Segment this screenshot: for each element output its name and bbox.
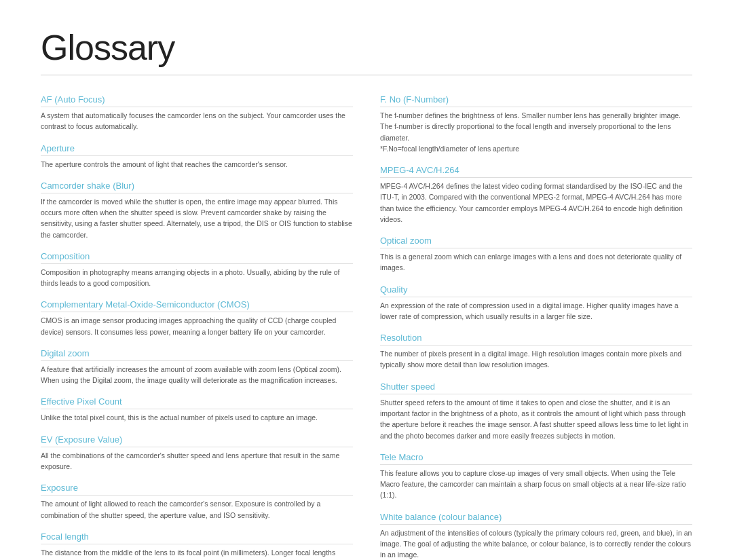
- entry-term: Digital zoom: [41, 348, 353, 361]
- right-entry-6: Tele MacroThis feature allows you to cap…: [380, 452, 692, 501]
- entry-term: AF (Auto Focus): [41, 94, 353, 107]
- entry-term: F. No (F-Number): [380, 94, 692, 107]
- left-entry-6: Effective Pixel CountUnlike the total pi…: [41, 396, 353, 423]
- entry-definition: A feature that artificially increases th…: [41, 364, 353, 386]
- entry-definition: Shutter speed refers to the amount of ti…: [380, 397, 692, 441]
- entry-term: Tele Macro: [380, 452, 692, 465]
- entry-definition: All the combinations of the camcorder's …: [41, 450, 353, 472]
- entry-definition: The amount of light allowed to reach the…: [41, 498, 353, 521]
- entry-definition: This feature allows you to capture close…: [380, 468, 692, 501]
- left-entry-0: AF (Auto Focus)A system that automatical…: [41, 94, 353, 132]
- entry-definition: The number of pixels present in a digita…: [380, 348, 692, 371]
- right-entry-5: Shutter speedShutter speed refers to the…: [380, 381, 692, 441]
- right-entry-3: QualityAn expression of the rate of comp…: [380, 284, 692, 322]
- entry-term: White balance (colour balance): [380, 512, 692, 525]
- entry-definition: The f-number defines the brightness of l…: [380, 110, 692, 154]
- entry-definition: An expression of the rate of compression…: [380, 300, 692, 322]
- entry-term: Optical zoom: [380, 236, 692, 248]
- entry-term: Focal length: [41, 531, 353, 544]
- entry-definition: The distance from the middle of the lens…: [41, 547, 353, 560]
- entry-term: EV (Exposure Value): [41, 434, 353, 447]
- entry-term: Camcorder shake (Blur): [41, 181, 353, 193]
- left-entry-3: CompositionComposition in photography me…: [41, 251, 353, 289]
- content-columns: AF (Auto Focus)A system that automatical…: [41, 94, 692, 560]
- entry-term: Shutter speed: [380, 381, 692, 394]
- entry-term: Exposure: [41, 483, 353, 496]
- left-entry-7: EV (Exposure Value)All the combinations …: [41, 434, 353, 472]
- entry-term: Aperture: [41, 143, 353, 156]
- right-entry-2: Optical zoomThis is a general zoom which…: [380, 236, 692, 274]
- entry-definition: Composition in photography means arrangi…: [41, 267, 353, 289]
- entry-term: Effective Pixel Count: [41, 396, 353, 409]
- title-divider: [41, 75, 692, 75]
- left-entry-5: Digital zoomA feature that artificially …: [41, 348, 353, 386]
- entry-term: Composition: [41, 251, 353, 264]
- entry-definition: A system that automatically focuses the …: [41, 110, 353, 132]
- right-entry-7: White balance (colour balance)An adjustm…: [380, 512, 692, 560]
- entry-definition: Unlike the total pixel count, this is th…: [41, 412, 353, 423]
- left-entry-4: Complementary Metal-Oxide-Semiconductor …: [41, 299, 353, 337]
- entry-definition: If the camcorder is moved while the shut…: [41, 196, 353, 240]
- page-title: Glossary: [41, 27, 692, 68]
- right-entry-0: F. No (F-Number)The f-number defines the…: [380, 94, 692, 154]
- entry-definition: The aperture controls the amount of ligh…: [41, 159, 353, 170]
- entry-term: Quality: [380, 284, 692, 297]
- right-entry-1: MPEG-4 AVC/H.264MPEG-4 AVC/H.264 defines…: [380, 165, 692, 225]
- entry-definition: MPEG-4 AVC/H.264 defines the latest vide…: [380, 181, 692, 225]
- entry-term: Resolution: [380, 333, 692, 346]
- entry-definition: This is a general zoom which can enlarge…: [380, 251, 692, 274]
- entry-definition: An adjustment of the intensities of colo…: [380, 527, 692, 560]
- entry-term: MPEG-4 AVC/H.264: [380, 165, 692, 178]
- right-column: F. No (F-Number)The f-number defines the…: [380, 94, 692, 560]
- entry-term: Complementary Metal-Oxide-Semiconductor …: [41, 299, 353, 312]
- entry-definition: CMOS is an image sensor producing images…: [41, 315, 353, 337]
- left-entry-2: Camcorder shake (Blur)If the camcorder i…: [41, 181, 353, 240]
- left-entry-9: Focal lengthThe distance from the middle…: [41, 531, 353, 560]
- left-entry-1: ApertureThe aperture controls the amount…: [41, 143, 353, 170]
- left-column: AF (Auto Focus)A system that automatical…: [41, 94, 353, 560]
- left-entry-8: ExposureThe amount of light allowed to r…: [41, 483, 353, 521]
- right-entry-4: ResolutionThe number of pixels present i…: [380, 333, 692, 371]
